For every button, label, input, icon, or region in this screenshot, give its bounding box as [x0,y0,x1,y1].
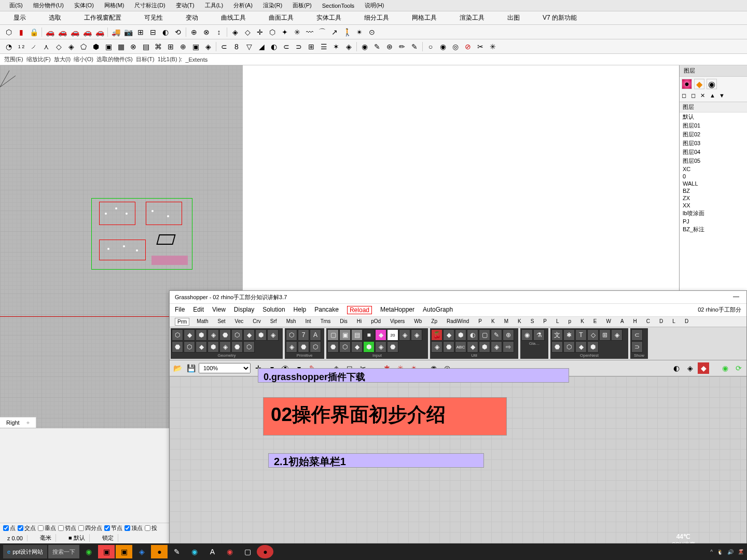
gh-component-icon[interactable]: ⬣ [172,341,183,353]
tab-viewport[interactable]: 工作视窗配置 [80,12,126,24]
tab-transform[interactable]: 变动 [182,12,202,24]
gh-component-icon[interactable]: ABC [455,341,466,353]
tool-icon[interactable]: ✴ [354,26,365,38]
tool-icon[interactable]: ✎ [371,41,383,52]
circle-icon[interactable]: ◎ [450,41,461,52]
gh-tab[interactable]: pOd [369,318,383,326]
gh-component-icon[interactable]: ◆ [351,341,363,353]
camera-icon[interactable]: 📷 [122,26,134,38]
gh-component-icon[interactable]: ⇨ [503,341,514,353]
menu-subd[interactable]: 细分物件(U) [28,1,69,10]
tool-icon[interactable]: ◔ [3,41,15,52]
gh-tab[interactable]: Set [216,318,228,326]
gh-component-icon[interactable]: ◆ [184,329,195,341]
gh-component-icon[interactable]: ⬢ [363,341,375,353]
sublayer-icon[interactable]: ◻ [691,92,699,101]
gh-component-icon[interactable]: ◐ [467,329,478,341]
osnap-project[interactable]: 投 [145,524,157,532]
wire-icon[interactable]: ◈ [684,362,696,374]
canvas-panel-subtitle[interactable]: 2.1初始菜单栏1 [268,453,484,468]
menu-analyze[interactable]: 分析(A) [228,1,258,10]
gh-component-icon[interactable]: ◆ [375,329,386,341]
menu-dimension[interactable]: 尺寸标注(D) [129,1,170,10]
menu-tools[interactable]: 工具(L) [200,1,228,10]
tool-icon[interactable]: ⬠ [78,41,89,52]
menu-panels[interactable]: 面板(P) [287,1,317,10]
gh-component-icon[interactable]: ⬡ [339,341,351,353]
taskbar-app-icon[interactable]: ▣ [98,545,115,558]
gh-menu-metahopper[interactable]: MetaHopper [380,306,414,314]
command-line[interactable]: 范围(E) 缩放比(F) 放大(I) 缩小(O) 选取的物件(S) 目标(T) … [0,54,747,65]
gumball-icon[interactable]: ◉ [720,362,731,374]
gh-component-icon[interactable]: ◈ [611,329,622,341]
osnap-vertex[interactable]: 顶点 [125,524,143,532]
layer-row[interactable]: 默认 [680,113,747,121]
gh-tab[interactable]: K [516,318,523,326]
gh-component-icon[interactable]: ⬣ [387,341,398,353]
gh-component-icon[interactable]: ⬢ [255,329,267,341]
taskbar-app-icon[interactable]: ◉ [186,545,203,558]
tool-icon[interactable]: ◐ [268,41,280,52]
minimize-icon[interactable]: — [731,293,741,301]
gh-menu-reload[interactable]: Reload [347,306,372,314]
gh-component-icon[interactable]: ⬣ [551,341,563,353]
tray-icon[interactable]: 🌋 [738,549,744,555]
tab-mesh[interactable]: 网格工具 [408,12,441,24]
taskbar-chrome-icon[interactable]: ◉ [80,545,97,558]
gh-component-icon[interactable]: ◆ [443,329,454,341]
gh-component-icon[interactable]: ⬢ [208,341,219,353]
gh-component-icon[interactable]: ⬢ [196,329,207,341]
zoom-select[interactable]: 100% [199,363,251,373]
layer-row[interactable]: XC [680,165,747,173]
gh-canvas[interactable]: 0.grasshopper插件下载 02操作界面初步介绍 2.1初始菜单栏1 [170,376,746,559]
menu-help[interactable]: 说明(H) [359,1,389,10]
circle-icon[interactable]: ◉ [437,41,449,52]
gh-tab[interactable]: E [591,318,599,326]
gh-component-icon[interactable]: ◈ [399,329,410,341]
gh-component-icon[interactable]: ⬣ [231,341,243,353]
tool-icon[interactable]: ⊂ [281,41,292,52]
gh-component-icon[interactable]: ◉ [521,329,533,341]
car-icon[interactable]: 🚗 [94,26,105,38]
gh-tab[interactable]: Hi [355,318,364,326]
gh-component-icon[interactable]: ◆ [467,341,478,353]
layout-icon[interactable]: ⊞ [135,26,146,38]
viewport-tab[interactable]: Right + [0,417,36,428]
delete-layer-icon[interactable]: ✕ [700,92,709,101]
gh-tab[interactable]: Zp [429,318,439,326]
tool-icon[interactable]: ⟲ [172,26,184,38]
gh-component-icon[interactable]: ◆ [196,341,207,353]
tool-icon[interactable]: ⟋ [28,41,39,52]
gh-tab[interactable]: W [604,318,613,326]
tab-surface[interactable]: 曲面工具 [265,12,298,24]
tray-icon[interactable]: ^ [710,549,713,555]
gh-component-icon[interactable]: A [310,329,321,341]
menu-transform[interactable]: 变动(T) [171,1,200,10]
gh-menu-file[interactable]: File [175,306,185,314]
tab-solid[interactable]: 实体工具 [312,12,345,24]
grid-icon[interactable]: ⊟ [147,26,159,38]
taskbar-app[interactable]: e ppt设计网站 [3,545,47,558]
gh-component-icon[interactable]: ◆ [575,341,587,353]
gh-tab[interactable]: Trns [319,318,333,326]
tab-curve[interactable]: 曲线工具 [217,12,250,24]
tray-icon[interactable]: 🔊 [727,549,734,555]
gh-component-icon[interactable]: ⬡ [243,341,255,353]
gh-tab[interactable]: Dis [338,318,349,326]
tool-icon[interactable]: ✳ [487,41,499,52]
gh-component-icon[interactable]: ◈ [411,329,422,341]
gh-tab[interactable]: A [618,318,626,326]
gh-tab[interactable]: H [631,318,639,326]
gh-tab[interactable]: p [566,318,574,326]
gh-component-icon[interactable]: 🍒 [431,329,442,341]
gh-component-icon[interactable]: ⬣ [443,341,454,353]
tool-icon[interactable]: ✳ [292,26,303,38]
status-layer[interactable]: ■ 默认 [64,534,90,542]
gh-component-icon[interactable]: ◈ [375,341,386,353]
down-icon[interactable]: ▼ [719,92,727,101]
tool-icon[interactable]: ✎ [409,41,420,52]
gh-tab[interactable]: RadiWind [445,318,471,326]
car-icon[interactable]: 🚗 [81,26,93,38]
gh-component-icon[interactable]: ▢ [327,329,339,341]
taskbar-app-icon[interactable]: ● [257,545,273,558]
